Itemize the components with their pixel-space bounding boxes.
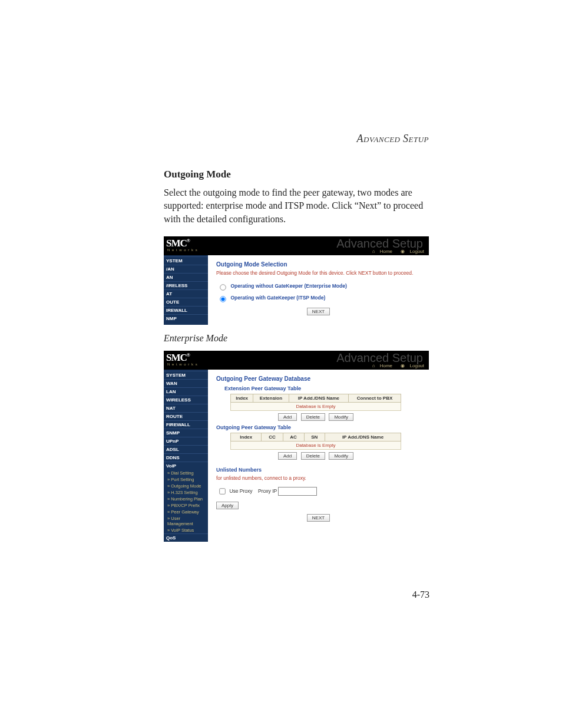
unlisted-numbers-title: Unlisted Numbers	[216, 467, 421, 473]
logout-link[interactable]: ◉ Logout	[397, 363, 424, 368]
sidebar-item[interactable]: /IRELESS	[164, 281, 208, 289]
sidebar-item[interactable]: /AN	[164, 265, 208, 273]
content-pane: Outgoing Peer Gateway Database Extension…	[208, 370, 429, 542]
logout-icon: ◉	[401, 249, 405, 254]
page-number: 4-73	[412, 589, 429, 600]
use-proxy-label: Use Proxy	[229, 488, 252, 494]
sidebar-item-wireless[interactable]: WIRELESS	[164, 396, 208, 404]
sidebar-sub-peer-gateway[interactable]: » Peer Gateway	[164, 509, 208, 515]
router-header: SMC® N e t w o r k s Advanced Setup ⌂ Ho…	[164, 236, 429, 255]
sidebar-sub-voip-status[interactable]: » VoIP Status	[164, 527, 208, 533]
sidebar-item-adsl[interactable]: ADSL	[164, 445, 208, 453]
th-ip-dns: IP Add./DNS Name	[325, 433, 401, 442]
modify-button[interactable]: Modify	[329, 413, 353, 421]
sidebar-nav: YSTEM /AN AN /IRELESS AT OUTE IREWALL NM…	[164, 255, 208, 325]
sidebar-item[interactable]: YSTEM	[164, 256, 208, 265]
modify-button[interactable]: Modify	[329, 452, 353, 460]
apply-button[interactable]: Apply	[216, 502, 239, 509]
logout-icon: ◉	[401, 363, 405, 368]
logout-link[interactable]: ◉ Logout	[397, 249, 424, 254]
peer-gateway-db-title: Outgoing Peer Gateway Database	[216, 375, 421, 382]
next-button[interactable]: NEXT	[307, 514, 330, 522]
page-header: ADVANCED SETUP	[164, 133, 429, 145]
home-link[interactable]: ⌂ Home	[369, 249, 392, 254]
th-cc: CC	[262, 433, 283, 442]
home-icon: ⌂	[372, 363, 375, 368]
next-button[interactable]: NEXT	[307, 308, 330, 315]
enterprise-mode-subtitle: Enterprise Mode	[164, 333, 429, 344]
empty-msg: Database is Empty	[231, 442, 401, 450]
sidebar-sub-user-management[interactable]: » User Management	[164, 515, 208, 527]
radio-enterprise-mode[interactable]: Operating without GateKeeper (Enterprise…	[216, 282, 421, 291]
sidebar-item[interactable]: AT	[164, 289, 208, 298]
sidebar-item[interactable]: NMP	[164, 314, 208, 322]
sidebar-sub-numbering-plan[interactable]: » Numbering Plan	[164, 496, 208, 502]
th-ip-dns: IP Add./DNS Name	[289, 394, 348, 403]
th-sn: SN	[304, 433, 325, 442]
sidebar-sub-pbx-cp-prefix[interactable]: » PBX/CP Prefix	[164, 502, 208, 509]
empty-msg: Database is Empty	[231, 403, 401, 411]
header-links: ⌂ Home ◉ Logout	[365, 363, 424, 368]
logo-networks: N e t w o r k s	[167, 248, 198, 252]
sidebar-item-qos[interactable]: QoS	[164, 533, 208, 542]
content-pane: Outgoing Mode Selection Please choose th…	[208, 255, 429, 325]
sidebar-item-snmp[interactable]: SNMP	[164, 429, 208, 437]
radio-itsp-mode[interactable]: Operating with GateKeeper (ITSP Mode)	[216, 294, 421, 303]
th-index: Index	[231, 394, 253, 403]
sidebar-item-ddns[interactable]: DDNS	[164, 453, 208, 462]
proxy-ip-label: Proxy IP	[258, 488, 277, 494]
sidebar-item-wan[interactable]: WAN	[164, 379, 208, 387]
sidebar-item[interactable]: IREWALL	[164, 306, 208, 314]
th-connect-pbx: Connect to PBX	[349, 394, 401, 403]
logo-smc: SMC®	[166, 352, 190, 364]
home-link[interactable]: ⌂ Home	[369, 363, 392, 368]
sidebar-item-system[interactable]: SYSTEM	[164, 371, 208, 379]
screenshot-outgoing-mode-selection: SMC® N e t w o r k s Advanced Setup ⌂ Ho…	[164, 236, 429, 325]
router-header: SMC® N e t w o r k s Advanced Setup ⌂ Ho…	[164, 351, 429, 370]
section-title: Outgoing Mode	[164, 169, 429, 180]
th-ac: AC	[283, 433, 304, 442]
radio-enterprise-input[interactable]	[220, 284, 226, 290]
extension-peer-gateway-table: Index Extension IP Add./DNS Name Connect…	[230, 394, 401, 411]
sidebar-sub-dial-setting[interactable]: » Dial Setting	[164, 470, 208, 476]
proxy-ip-input[interactable]	[278, 487, 317, 496]
use-proxy-checkbox[interactable]	[219, 488, 225, 494]
sidebar-item-voip[interactable]: VoIP	[164, 462, 208, 470]
sidebar-sub-h323-setting[interactable]: » H.323 Setting	[164, 489, 208, 496]
outgoing-table-title: Outgoing Peer Gateway Table	[216, 424, 421, 430]
radio-itsp-input[interactable]	[220, 296, 226, 302]
sidebar-item-firewall[interactable]: FIREWALL	[164, 420, 208, 429]
sidebar-nav: SYSTEM WAN LAN WIRELESS NAT ROUTE FIREWA…	[164, 370, 208, 542]
sidebar-sub-port-setting[interactable]: » Port Setting	[164, 476, 208, 483]
radio-itsp-label: Operating with GateKeeper (ITSP Mode)	[230, 295, 325, 301]
th-index: Index	[231, 433, 262, 442]
sidebar-item-nat[interactable]: NAT	[164, 404, 208, 412]
unlisted-numbers-desc: for unlisted numbers, connect to a proxy…	[216, 475, 421, 481]
sidebar-item[interactable]: AN	[164, 273, 208, 281]
add-button[interactable]: Add	[278, 413, 297, 421]
screenshot-peer-gateway-database: SMC® N e t w o r k s Advanced Setup ⌂ Ho…	[164, 351, 429, 542]
add-button[interactable]: Add	[278, 452, 297, 460]
logo-smc: SMC®	[166, 238, 190, 249]
outgoing-mode-selection-title: Outgoing Mode Selection	[216, 261, 421, 268]
sidebar-item-lan[interactable]: LAN	[164, 387, 208, 396]
sidebar-item-upnp[interactable]: UPnP	[164, 437, 208, 445]
outgoing-peer-gateway-table: Index CC AC SN IP Add./DNS Name Database…	[230, 433, 401, 450]
sidebar-item[interactable]: OUTE	[164, 298, 208, 306]
sidebar-item-route[interactable]: ROUTE	[164, 412, 208, 420]
th-extension: Extension	[253, 394, 289, 403]
proxy-row: Use Proxy Proxy IP	[216, 486, 421, 497]
outgoing-mode-selection-desc: Please choose the desired Outgoing Mode …	[216, 270, 421, 276]
header-links: ⌂ Home ◉ Logout	[365, 249, 424, 254]
radio-enterprise-label: Operating without GateKeeper (Enterprise…	[230, 283, 346, 289]
sidebar-sub-outgoing-mode[interactable]: » Outgoing Mode	[164, 483, 208, 489]
delete-button[interactable]: Delete	[301, 452, 325, 460]
delete-button[interactable]: Delete	[301, 413, 325, 421]
home-icon: ⌂	[372, 249, 375, 254]
extension-table-title: Extension Peer Gateway Table	[224, 386, 421, 391]
body-text: Select the outgoing mode to find the pee…	[164, 186, 429, 226]
logo-networks: N e t w o r k s	[167, 363, 198, 366]
